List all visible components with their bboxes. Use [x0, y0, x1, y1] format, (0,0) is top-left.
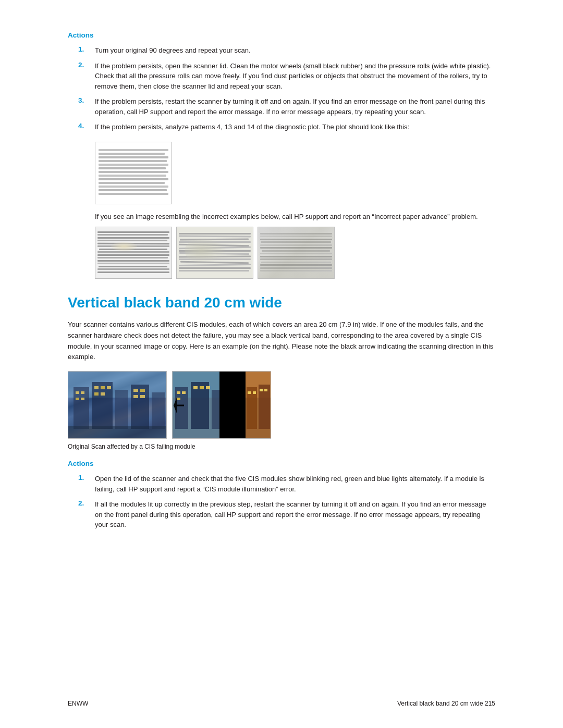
actions-label-2: Actions [68, 460, 495, 467]
list-number-a2: 2. [78, 499, 92, 507]
list-text-3: If the problem persists, restart the sca… [95, 96, 495, 117]
vertical-band-section: Vertical black band 20 cm wide Your scan… [68, 294, 495, 530]
svg-rect-11 [94, 386, 99, 389]
svg-rect-15 [101, 392, 105, 396]
list-item: 2. If the problem persists, open the sca… [68, 61, 495, 92]
diag-line [99, 182, 165, 184]
diag-line [99, 167, 166, 169]
diag-line [99, 160, 167, 162]
diag-line [99, 153, 165, 155]
svg-rect-10 [81, 398, 84, 400]
list-number-3: 3. [78, 96, 92, 104]
svg-rect-4 [115, 390, 128, 429]
incorrect-examples-text: If you see an image resembling the incor… [95, 212, 495, 222]
svg-rect-16 [133, 389, 138, 392]
list-item: 1. Open the lid of the scanner and check… [68, 474, 495, 494]
diagnostic-image-area [95, 142, 495, 204]
diagnostic-lines-box [95, 142, 172, 204]
section-body-text: Your scanner contains various different … [68, 319, 495, 363]
list-text-2: If the problem persists, open the scanne… [95, 61, 495, 92]
footer-left: ENWW [68, 700, 88, 707]
svg-rect-39 [260, 389, 263, 391]
diag-line [99, 193, 168, 195]
svg-rect-18 [133, 395, 138, 398]
svg-rect-29 [193, 386, 198, 389]
svg-rect-6 [152, 392, 165, 429]
incorrect-images-row [95, 227, 495, 279]
cis-images-row [68, 371, 495, 439]
svg-rect-32 [219, 372, 246, 439]
diag-line [99, 149, 168, 151]
list-text-a1: Open the lid of the scanner and check th… [95, 474, 495, 494]
svg-rect-19 [140, 395, 145, 398]
svg-rect-30 [200, 386, 204, 389]
page: Actions 1. Turn your original 90 degrees… [0, 0, 563, 728]
incorrect-image-3 [258, 227, 335, 279]
list-number-1: 1. [78, 45, 92, 53]
diag-line [99, 175, 166, 177]
list-item: 2. If all the modules lit up correctly i… [68, 499, 495, 530]
svg-rect-20 [68, 426, 167, 439]
svg-rect-7 [76, 391, 79, 394]
incorrect-image-1 [95, 227, 172, 279]
footer-right: Vertical black band 20 cm wide 215 [397, 700, 495, 707]
section-title: Vertical black band 20 cm wide [68, 294, 495, 311]
list-number-4: 4. [78, 122, 92, 130]
actions-label-1: Actions [68, 31, 495, 39]
list-number-a1: 1. [78, 474, 92, 482]
svg-rect-40 [264, 389, 267, 391]
actions-list-2: 1. Open the lid of the scanner and check… [68, 474, 495, 530]
cis-affected-image [172, 371, 271, 439]
diag-line [99, 186, 168, 188]
actions-section-1: Actions 1. Turn your original 90 degrees… [68, 31, 495, 279]
list-item: 1. Turn your original 90 degrees and rep… [68, 45, 495, 56]
list-text-4: If the problem persists, analyze pattern… [95, 122, 409, 132]
diag-line [99, 164, 168, 166]
diag-line [99, 171, 168, 173]
svg-rect-26 [177, 391, 180, 394]
svg-rect-37 [248, 391, 251, 394]
list-item: 4. If the problem persists, analyze patt… [68, 122, 495, 132]
cis-image-caption: Original Scan affected by a CIS failing … [68, 443, 495, 450]
svg-rect-31 [206, 386, 210, 389]
svg-rect-8 [81, 391, 84, 394]
actions-list-1: 1. Turn your original 90 degrees and rep… [68, 45, 495, 132]
svg-rect-38 [253, 391, 256, 394]
svg-rect-9 [76, 398, 79, 400]
diag-line [99, 178, 168, 180]
incorrect-image-2 [176, 227, 253, 279]
svg-rect-17 [140, 389, 145, 392]
svg-rect-27 [182, 391, 186, 394]
list-number-2: 2. [78, 61, 92, 69]
list-item: 3. If the problem persists, restart the … [68, 96, 495, 117]
svg-rect-14 [94, 392, 99, 396]
diag-line [99, 189, 167, 191]
svg-rect-28 [177, 398, 180, 400]
footer: ENWW Vertical black band 20 cm wide 215 [0, 700, 563, 707]
svg-rect-13 [107, 386, 111, 389]
svg-rect-12 [101, 386, 105, 389]
list-text-1: Turn your original 90 degrees and repeat… [95, 45, 251, 56]
diag-line [99, 156, 168, 158]
list-text-a2: If all the modules lit up correctly in t… [95, 499, 495, 530]
cis-original-image [68, 371, 167, 439]
actions-section-2: Actions 1. Open the lid of the scanner a… [68, 460, 495, 530]
